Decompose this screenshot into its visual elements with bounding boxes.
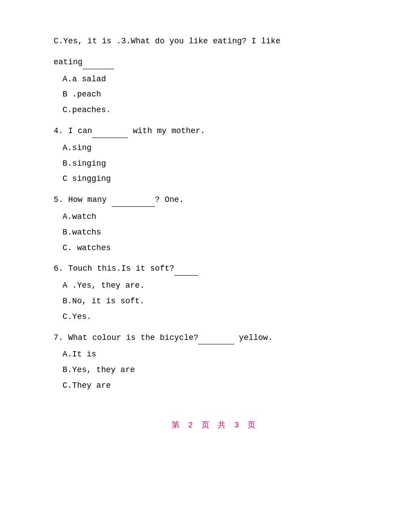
q3-option-a: A.a salad	[54, 73, 375, 86]
q3-option-c: C.peaches.	[54, 104, 375, 117]
q5-block: 5. How many ? One. A.watch B.watchs C. w…	[54, 193, 375, 254]
q6-option-a: A .Yes, they are.	[54, 279, 375, 292]
q7-option-a: A.It is	[54, 348, 375, 361]
intro-text-1: C.Yes, it is .3.What do you like eating?…	[54, 37, 281, 46]
blank-q5	[112, 193, 155, 207]
q5-option-a: A.watch	[54, 210, 375, 223]
q7-option-b: B.Yes, they are	[54, 364, 375, 377]
intro-text-2: eating	[54, 58, 83, 67]
q5-question: 5. How many ? One.	[54, 193, 375, 207]
q7-block: 7. What colour is the bicycle? yellow. A…	[54, 331, 375, 392]
blank-q4	[92, 125, 128, 138]
intro-line1: C.Yes, it is .3.What do you like eating?…	[54, 35, 375, 48]
footer-text: 第 2 页 共 3 页	[172, 421, 257, 430]
q3-options: A.a salad B .peach C.peaches.	[54, 73, 375, 117]
intro-line2: eating	[54, 56, 375, 69]
q6-option-c: C.Yes.	[54, 310, 375, 323]
q6-question: 6. Touch this.Is it soft?	[54, 262, 375, 276]
q4-block: 4. I can with my mother. A.sing B.singin…	[54, 125, 375, 185]
q4-option-b: B.singing	[54, 157, 375, 170]
q3-option-b: B .peach	[54, 88, 375, 101]
q4-question: 4. I can with my mother.	[54, 125, 375, 138]
blank-q7	[198, 331, 234, 345]
page-footer: 第 2 页 共 3 页	[54, 419, 375, 432]
q5-option-c: C. watches	[54, 242, 375, 255]
q4-option-a: A.sing	[54, 142, 375, 155]
q6-block: 6. Touch this.Is it soft? A .Yes, they a…	[54, 262, 375, 323]
blank-q6	[174, 262, 198, 276]
q5-option-b: B.watchs	[54, 226, 375, 239]
blank-eating	[83, 56, 114, 69]
q7-option-c: C.They are	[54, 379, 375, 392]
q6-option-b: B.No, it is soft.	[54, 295, 375, 308]
q4-option-c: C singging	[54, 172, 375, 185]
q7-question: 7. What colour is the bicycle? yellow.	[54, 331, 375, 345]
intro-block: C.Yes, it is .3.What do you like eating?…	[54, 35, 375, 69]
